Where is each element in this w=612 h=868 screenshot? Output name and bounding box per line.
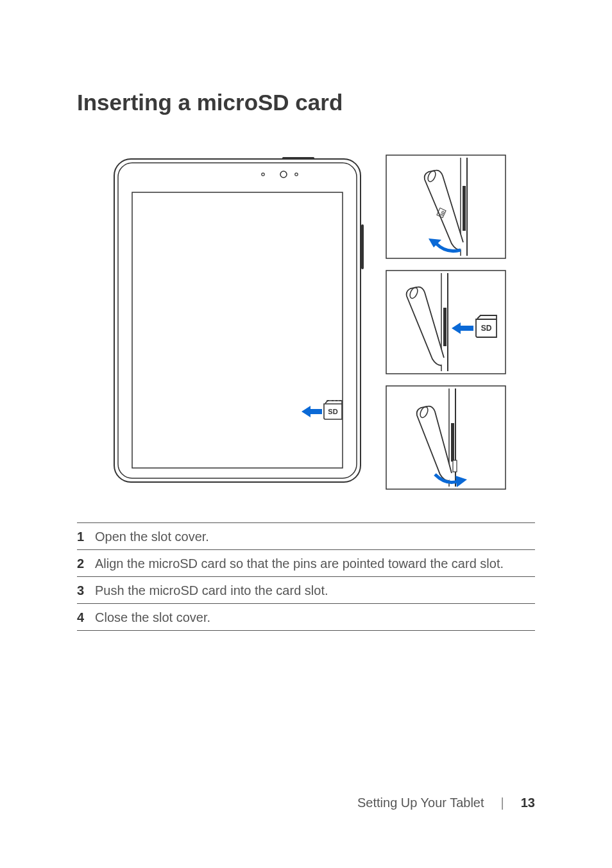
detail-panel-close-cover	[385, 385, 507, 490]
detail-panel-insert-card: SD	[385, 269, 507, 375]
svg-point-4	[262, 173, 264, 176]
tablet-front-diagram: SD	[109, 154, 366, 487]
page-footer: Setting Up Your Tablet | 13	[357, 796, 535, 810]
svg-rect-3	[361, 224, 364, 269]
svg-rect-2	[282, 157, 314, 159]
step-number: 1	[77, 530, 86, 544]
footer-divider: |	[501, 796, 504, 810]
svg-rect-12	[463, 186, 466, 231]
svg-marker-22	[452, 322, 473, 334]
svg-rect-26	[451, 423, 454, 462]
step-row: 2 Align the microSD card so that the pin…	[77, 550, 535, 577]
svg-marker-8	[302, 406, 322, 417]
svg-rect-0	[114, 159, 361, 482]
figure-area: SD	[109, 154, 535, 490]
svg-rect-7	[132, 192, 343, 468]
svg-point-6	[295, 173, 298, 176]
step-row: 3 Push the microSD card into the card sl…	[77, 577, 535, 604]
svg-rect-20	[443, 308, 446, 346]
detail-panel-open-cover: SD	[385, 154, 507, 260]
footer-page-number: 13	[521, 796, 535, 810]
step-text: Push the microSD card into the card slot…	[95, 583, 328, 598]
step-row: 1 Open the slot cover.	[77, 523, 535, 550]
step-number: 4	[77, 610, 86, 625]
page-title: Inserting a microSD card	[77, 90, 535, 115]
step-number: 2	[77, 556, 86, 571]
svg-marker-29	[455, 476, 467, 487]
step-number: 3	[77, 583, 86, 598]
step-row: 4 Close the slot cover.	[77, 604, 535, 631]
detail-panels: SD SD	[385, 154, 507, 490]
svg-point-5	[280, 171, 287, 178]
footer-section: Setting Up Your Tablet	[357, 796, 484, 810]
step-text: Open the slot cover.	[95, 530, 209, 544]
instruction-steps: 1 Open the slot cover. 2 Align the micro…	[77, 522, 535, 631]
step-text: Close the slot cover.	[95, 610, 210, 625]
svg-rect-1	[118, 163, 357, 478]
svg-rect-28	[453, 460, 457, 472]
sd-label-main: SD	[328, 408, 337, 415]
sd-label-panel2: SD	[481, 324, 492, 333]
step-text: Align the microSD card so that the pins …	[95, 556, 504, 571]
manual-page: Inserting a microSD card SD	[0, 0, 612, 868]
